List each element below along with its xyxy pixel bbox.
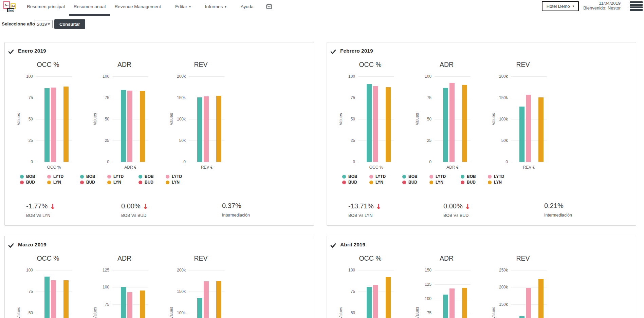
bar-lytd bbox=[373, 285, 378, 318]
y-tick-label: 250k bbox=[485, 268, 508, 273]
y-tick-label: 50 bbox=[11, 117, 33, 121]
bar-chart-adr: ADRValues1007550250ADR € bbox=[409, 58, 485, 176]
bar-lyn bbox=[462, 288, 467, 318]
legend-item-lyn: LYN bbox=[166, 180, 182, 185]
bar-lyn bbox=[538, 279, 544, 318]
stat-label: BOB Vs BUD bbox=[121, 213, 148, 218]
bar-lytd bbox=[51, 88, 56, 162]
bar-lytd bbox=[51, 280, 56, 318]
y-tick-label: 100k bbox=[163, 117, 186, 121]
legend-label: BOB bbox=[348, 174, 357, 179]
y-tick-label: 50 bbox=[333, 311, 355, 315]
x-axis-label: OCC % bbox=[358, 165, 394, 170]
check-icon bbox=[330, 243, 336, 249]
y-tick-label: 200k bbox=[163, 74, 186, 79]
y-tick-label: 0 bbox=[87, 160, 109, 164]
stat-value-line: 0.21% bbox=[544, 202, 572, 210]
y-tick-label: 100 bbox=[333, 74, 355, 79]
stat-value: 0.00% bbox=[443, 202, 463, 210]
bar-bob bbox=[197, 298, 202, 318]
arrow-down-icon: ↓ bbox=[376, 203, 382, 211]
y-tick-label: 75 bbox=[333, 95, 355, 100]
bar-chart-rev: REVValues200k150k100k50k0REV € bbox=[163, 58, 240, 176]
legend-dot bbox=[47, 175, 51, 179]
legend-label: BOB bbox=[86, 174, 95, 179]
chart-title: OCC % bbox=[24, 255, 72, 262]
gridline bbox=[36, 76, 72, 77]
bar-lytd bbox=[127, 292, 132, 318]
plot-area bbox=[435, 76, 471, 162]
y-tick-label: 75 bbox=[87, 95, 109, 100]
stat-label: Intermediación bbox=[544, 213, 572, 218]
legend-item-bud: BUD bbox=[20, 180, 47, 185]
bar-bob bbox=[121, 287, 126, 318]
bar-bob bbox=[121, 90, 126, 162]
stat-value: 0.00% bbox=[121, 202, 141, 210]
month-title: Enero 2019 bbox=[18, 48, 46, 54]
y-tick-label: 150k bbox=[163, 95, 186, 100]
chart-legend: BOBLYTDBUDLYN bbox=[139, 174, 182, 185]
legend-label: BUD bbox=[86, 180, 95, 185]
bar-bob bbox=[443, 295, 448, 318]
gridline bbox=[435, 76, 471, 77]
bar-lytd bbox=[526, 95, 531, 162]
legend-item-lyn: LYN bbox=[47, 180, 63, 185]
legend-dot bbox=[166, 175, 169, 179]
chart-title: ADR bbox=[100, 61, 148, 69]
bar-lyn bbox=[386, 277, 391, 318]
bar-bob bbox=[197, 97, 202, 162]
legend-item-bud: BUD bbox=[461, 180, 488, 185]
legend-dot bbox=[461, 175, 464, 179]
chart-legend: BOBLYTDBUDLYN bbox=[80, 174, 124, 185]
chart-title: REV bbox=[499, 61, 547, 69]
y-tick-label: 75 bbox=[409, 311, 431, 315]
legend-label: LYTD bbox=[172, 174, 182, 179]
stat-label: Intermediación bbox=[222, 213, 250, 218]
stat-value-line: 0.37% bbox=[222, 202, 250, 210]
legend-dot bbox=[166, 181, 169, 184]
legend-item-lyn: LYN bbox=[369, 180, 386, 185]
legend-item-bob: BOB bbox=[461, 174, 488, 179]
gridline bbox=[189, 76, 225, 77]
y-tick-label: 25 bbox=[87, 138, 109, 143]
y-tick-label: 100 bbox=[11, 268, 33, 273]
bar-lyn bbox=[216, 281, 221, 318]
bar-lytd bbox=[204, 96, 209, 162]
legend-dot bbox=[107, 181, 111, 184]
legend-label: LYTD bbox=[53, 174, 63, 179]
gridline bbox=[112, 76, 148, 77]
x-axis-label: REV € bbox=[189, 165, 225, 170]
legend-dot bbox=[369, 181, 373, 184]
y-tick-label: 25 bbox=[333, 138, 355, 143]
bar-lytd bbox=[127, 91, 132, 162]
stat-block: -1.77%↓BOB Vs LYN bbox=[26, 202, 56, 218]
legend-item-bud: BUD bbox=[139, 180, 166, 185]
plot-area bbox=[511, 270, 547, 318]
chart-title: OCC % bbox=[346, 255, 394, 262]
bar-lytd bbox=[526, 288, 531, 318]
legend-dot bbox=[402, 181, 406, 184]
y-tick-label: 50k bbox=[163, 138, 186, 143]
x-axis-label: REV € bbox=[511, 165, 547, 170]
y-tick-label: 75 bbox=[409, 95, 431, 100]
arrow-down-icon: ↓ bbox=[143, 203, 149, 211]
y-tick-label: 100 bbox=[87, 74, 109, 79]
bar-lyn bbox=[216, 96, 221, 162]
legend-dot bbox=[342, 175, 346, 179]
stat-block: 0.00%↓BOB Vs BUD bbox=[443, 202, 471, 218]
chart-legend: BOBLYTDBUDLYN bbox=[20, 174, 63, 185]
y-tick-label: 75 bbox=[11, 95, 33, 100]
month-card: Abril 2019OCC %Values1007550250OCC %ADRV… bbox=[327, 236, 636, 318]
gridline bbox=[189, 162, 225, 162]
legend-item-bob: BOB bbox=[139, 174, 166, 179]
y-tick-label: 50k bbox=[485, 138, 508, 143]
legend-item-lytd: LYTD bbox=[107, 174, 124, 179]
x-axis-label: ADR € bbox=[435, 165, 471, 170]
y-tick-label: 0 bbox=[11, 160, 33, 164]
y-tick-label: 100k bbox=[163, 311, 186, 315]
stat-value: 0.21% bbox=[544, 202, 564, 209]
plot-area bbox=[36, 270, 72, 318]
stat-block: -13.71%↓BOB Vs LYN bbox=[348, 202, 382, 218]
bar-bob bbox=[519, 316, 525, 318]
stat-value-line: -1.77%↓ bbox=[26, 202, 56, 210]
